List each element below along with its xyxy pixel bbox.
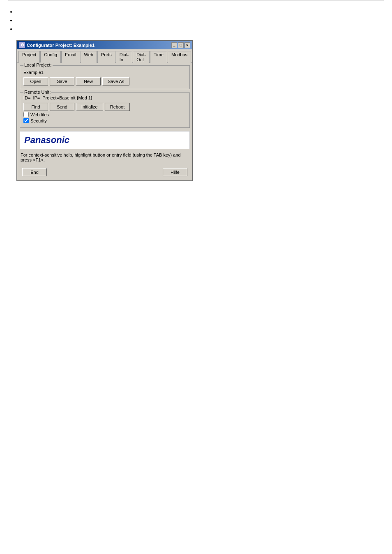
window-body: Local Project: Example1 Open Save New Sa… xyxy=(17,63,192,180)
tab-config[interactable]: Config xyxy=(40,51,61,63)
project-name: Example1 xyxy=(23,70,186,75)
bottom-button-row: End Hilfe xyxy=(20,166,190,178)
minimize-button[interactable]: _ xyxy=(171,42,177,48)
logo-area: Panasonic xyxy=(20,131,190,149)
save-as-button[interactable]: Save As xyxy=(102,77,129,85)
new-button[interactable]: New xyxy=(76,77,101,85)
web-files-row: Web files xyxy=(23,112,186,117)
security-label: Security xyxy=(30,118,47,123)
application-window: ⚙ Configurator Project: Example1 _ □ × P… xyxy=(16,40,193,181)
id-label: ID= xyxy=(23,95,30,100)
tab-time[interactable]: Time xyxy=(150,51,167,63)
tab-email[interactable]: Email xyxy=(61,51,80,63)
title-bar-left: ⚙ Configurator Project: Example1 xyxy=(19,42,95,48)
window-wrapper: ⚙ Configurator Project: Example1 _ □ × P… xyxy=(16,40,376,181)
window-title: Configurator Project: Example1 xyxy=(27,43,95,48)
end-button[interactable]: End xyxy=(22,168,47,176)
hilfe-button[interactable]: Hilfe xyxy=(163,168,187,176)
project-label: Project=BaseInit {Mod 1} xyxy=(42,95,92,100)
bullet-list xyxy=(16,9,376,32)
tab-project[interactable]: Project xyxy=(18,51,40,63)
remote-unit-buttons: Find Send Initialize Reboot xyxy=(23,103,186,111)
tab-dial-out[interactable]: Dial-Out xyxy=(133,51,150,63)
title-bar: ⚙ Configurator Project: Example1 _ □ × xyxy=(17,41,192,49)
ip-label: IP= xyxy=(33,95,40,100)
close-button[interactable]: × xyxy=(184,42,190,48)
local-project-buttons: Open Save New Save As xyxy=(23,77,186,85)
remote-unit-label: Remote Unit: xyxy=(23,90,51,95)
security-row: Security xyxy=(23,118,186,123)
top-rule xyxy=(8,0,384,5)
open-button[interactable]: Open xyxy=(23,77,48,85)
help-text: For context-sensitive help, highlight bu… xyxy=(20,152,190,163)
bullet-3 xyxy=(16,26,376,32)
find-button[interactable]: Find xyxy=(23,103,48,111)
local-project-group: Local Project: Example1 Open Save New Sa… xyxy=(20,65,190,89)
save-button[interactable]: Save xyxy=(50,77,74,85)
tab-web[interactable]: Web xyxy=(81,51,97,63)
app-icon: ⚙ xyxy=(19,42,25,48)
tab-dial-in[interactable]: Dial-In xyxy=(116,51,133,63)
remote-unit-group: Remote Unit: ID= IP= Project=BaseInit {M… xyxy=(20,92,190,128)
web-files-checkbox[interactable] xyxy=(23,112,29,117)
local-project-label: Local Project: xyxy=(23,62,53,67)
panasonic-logo: Panasonic xyxy=(24,135,69,145)
remote-id-row: ID= IP= Project=BaseInit {Mod 1} xyxy=(23,95,186,100)
maximize-button[interactable]: □ xyxy=(178,42,184,48)
bullet-1 xyxy=(16,9,376,15)
title-controls[interactable]: _ □ × xyxy=(171,42,190,48)
tab-bar: Project Config Email Web Ports Dial-In D… xyxy=(17,49,192,63)
reboot-button[interactable]: Reboot xyxy=(105,103,130,111)
security-checkbox[interactable] xyxy=(23,118,29,123)
web-files-label: Web files xyxy=(30,112,49,117)
initialize-button[interactable]: Initialize xyxy=(76,103,103,111)
bullet-2 xyxy=(16,17,376,23)
tab-ports[interactable]: Ports xyxy=(97,51,115,63)
tab-modbus[interactable]: Modbus xyxy=(168,51,191,63)
send-button[interactable]: Send xyxy=(50,103,74,111)
